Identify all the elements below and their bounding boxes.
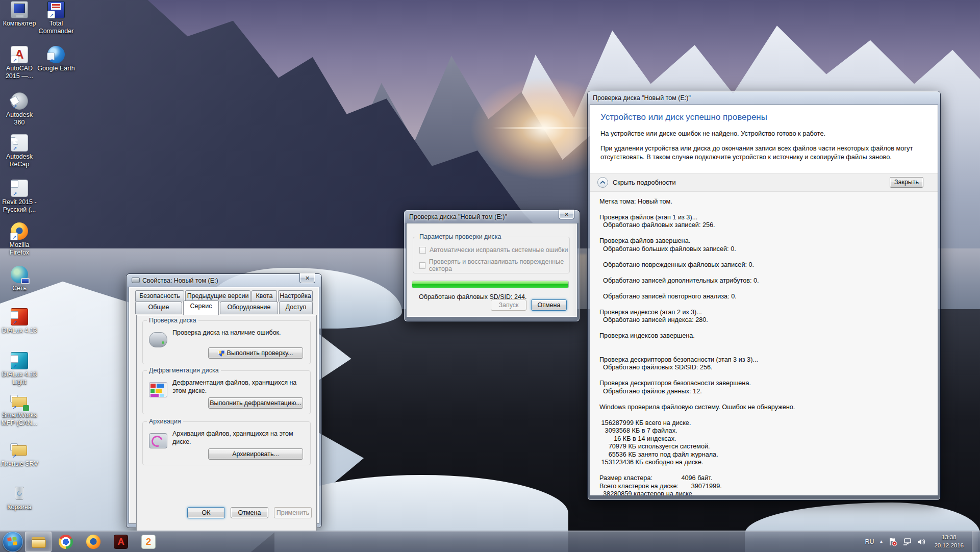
apply-button[interactable]: Применить <box>274 507 312 518</box>
desktop-icon-autodesk-360[interactable]: Autodesk 360 <box>0 92 39 127</box>
group-error-checking: Проверка диска Проверка диска на наличие… <box>142 320 311 364</box>
chkdsk-progress-bar <box>412 281 569 288</box>
hide-details-button[interactable] <box>597 177 608 188</box>
desktop-icon-personal-srv[interactable]: Личные SRV <box>0 441 39 468</box>
desktop-icon-recycle-bin[interactable]: Корзина <box>0 485 39 511</box>
desktop-icon-label: Корзина <box>0 504 39 511</box>
tab-hardware[interactable]: Оборудование <box>220 302 278 314</box>
close-icon[interactable]: ✕ <box>559 210 574 219</box>
desktop-icon-smartworks-mfp[interactable]: SmartWorks MFP (CAN... <box>0 393 39 427</box>
drive-icon <box>132 278 140 283</box>
properties-title-bar[interactable]: Свойства: Новый том (E:) ✕ <box>129 274 319 287</box>
start-button[interactable]: Запуск <box>491 299 526 311</box>
result-paragraph: При удалении устройства или диска до око… <box>600 144 927 162</box>
desktop-icon-google-earth[interactable]: Google Earth <box>37 46 76 72</box>
start-button[interactable] <box>3 532 23 552</box>
clock-date: 20.12.2016 <box>934 542 964 550</box>
clock[interactable]: 13:38 20.12.2016 <box>931 534 967 549</box>
desktop-icon-label: Autodesk ReCap <box>0 153 39 168</box>
checkbox-icon <box>419 262 425 269</box>
dialux-light-icon <box>11 352 28 369</box>
checkbox-scan-sectors[interactable]: Проверять и восстанавливать поврежденные… <box>419 258 569 272</box>
close-icon[interactable]: ✕ <box>299 273 315 283</box>
screen: { "desktop": { "icons": [ { "name": "com… <box>0 0 980 552</box>
chkdsk-details-panel: Метка тома: Новый том. Проверка файлов (… <box>590 192 938 495</box>
tab-quota[interactable]: Квота <box>252 290 277 302</box>
uac-shield-icon <box>218 350 225 357</box>
desktop-icon-label: Google Earth <box>37 65 76 72</box>
tab-customize[interactable]: Настройка <box>278 290 313 302</box>
desktop-icon-label: AutoCAD 2015 —... <box>0 65 39 80</box>
cancel-button[interactable]: Отмена <box>231 507 268 518</box>
autodesk-recap-icon <box>11 134 28 152</box>
volume-icon[interactable] <box>917 537 926 546</box>
desktop-icon-dialux-413-light[interactable]: DIALux 4.13 Light <box>0 352 39 386</box>
group-check-options: Параметры проверки диска Автоматически и… <box>413 237 570 273</box>
language-indicator[interactable]: RU <box>865 538 874 545</box>
group-description: Архивация файлов, хранящихся на этом дис… <box>172 430 304 446</box>
desktop-icon-label: Компьютер <box>0 20 39 28</box>
action-center-flag-icon[interactable] <box>888 537 897 546</box>
desktop-icon-total-commander[interactable]: Total Commander <box>37 1 76 35</box>
computer-icon <box>11 1 28 18</box>
network-status-icon[interactable] <box>902 537 912 546</box>
chkdsk-progress-title-bar[interactable]: Проверка диска "Новый том (E:)" ✕ <box>406 210 577 223</box>
taskbar-2gis-button[interactable]: 2 <box>135 532 162 552</box>
show-hidden-icons-button[interactable]: ▲ <box>880 539 884 544</box>
taskbar-firefox-button[interactable] <box>80 532 107 552</box>
chkdsk-progress-fill <box>412 281 568 288</box>
taskbar-autocad-button[interactable]: A <box>108 532 134 552</box>
desktop-icon-network[interactable]: Сеть <box>0 266 39 292</box>
tab-tools[interactable]: Сервис <box>183 300 219 315</box>
google-earth-icon <box>47 46 65 63</box>
chkdsk-result-dialog: Проверка диска "Новый том (E:)" Устройст… <box>588 91 940 500</box>
desktop-icon-autodesk-recap[interactable]: Autodesk ReCap <box>0 134 39 168</box>
backup-button[interactable]: Архивировать... <box>208 448 303 460</box>
tools-tab-panel: Проверка диска Проверка диска на наличие… <box>136 315 317 531</box>
result-heading: Устройство или диск успешно проверены <box>600 112 927 122</box>
firefox-icon <box>86 535 100 549</box>
taskbar-chrome-button[interactable] <box>53 532 79 552</box>
details-toggle-bar: Скрыть подробности Закрыть <box>590 173 938 192</box>
chevron-up-icon <box>600 181 606 184</box>
chkdsk-result-message: Устройство или диск успешно проверены На… <box>590 105 938 173</box>
properties-dialog: Свойства: Новый том (E:) ✕ Безопасность … <box>127 274 321 528</box>
tab-security[interactable]: Безопасность <box>135 290 184 302</box>
desktop-icon-computer[interactable]: Компьютер <box>0 1 39 28</box>
ok-button[interactable]: ОК <box>187 507 225 518</box>
desktop-icon-label: SmartWorks MFP (CAN... <box>0 412 39 427</box>
2gis-icon: 2 <box>141 535 156 549</box>
tab-general[interactable]: Общие <box>135 302 182 314</box>
taskbar: A 2 RU ▲ 13:38 2 <box>0 531 980 552</box>
check-now-button[interactable]: Выполнить проверку... <box>208 347 303 359</box>
desktop-icon-label: Личные SRV <box>0 460 39 468</box>
tab-sharing[interactable]: Доступ <box>279 302 313 314</box>
smartworks-folder-icon <box>11 393 28 410</box>
checkbox-fix-errors[interactable]: Автоматически исправлять системные ошибк… <box>419 246 568 254</box>
group-legend: Параметры проверки диска <box>417 233 503 240</box>
chkdsk-result-title: Проверка диска "Новый том (E:)" <box>593 94 691 102</box>
disk-icon <box>149 332 167 347</box>
desktop-icon-mozilla-firefox[interactable]: Mozilla Firefox <box>0 222 39 257</box>
desktop-icon-label: Revit 2015 - Русский (... <box>0 198 39 214</box>
revit-2015-icon <box>11 180 28 197</box>
cancel-button[interactable]: Отмена <box>531 299 567 311</box>
windows-logo-icon <box>7 537 18 546</box>
tab-previous-versions[interactable]: Предыдущие версии <box>185 290 250 302</box>
chkdsk-result-title-bar[interactable]: Проверка диска "Новый том (E:)" <box>590 91 938 105</box>
desktop-icon-revit-2015[interactable]: Revit 2015 - Русский (... <box>0 180 39 214</box>
autocad-2015-icon: A <box>11 46 28 63</box>
desktop-icon-dialux-413[interactable]: DIALux 4.13 <box>0 308 39 335</box>
recycle-bin-icon <box>11 485 28 502</box>
defragment-button[interactable]: Выполнить дефрагментацию... <box>208 397 303 409</box>
dialux-icon <box>11 308 28 325</box>
autocad-icon: A <box>114 535 128 549</box>
desktop-icon-label: DIALux 4.13 Light <box>0 371 39 386</box>
taskbar-explorer-button[interactable] <box>25 532 52 552</box>
close-button[interactable]: Закрыть <box>890 177 923 188</box>
group-description: Дефрагментация файлов, хранящихся на это… <box>172 379 304 395</box>
show-desktop-button[interactable] <box>972 531 978 552</box>
desktop-icon-autocad-2015[interactable]: A AutoCAD 2015 —... <box>0 46 39 80</box>
backup-icon <box>149 433 167 448</box>
group-backup: Архивация Архивация файлов, хранящихся н… <box>142 421 311 465</box>
